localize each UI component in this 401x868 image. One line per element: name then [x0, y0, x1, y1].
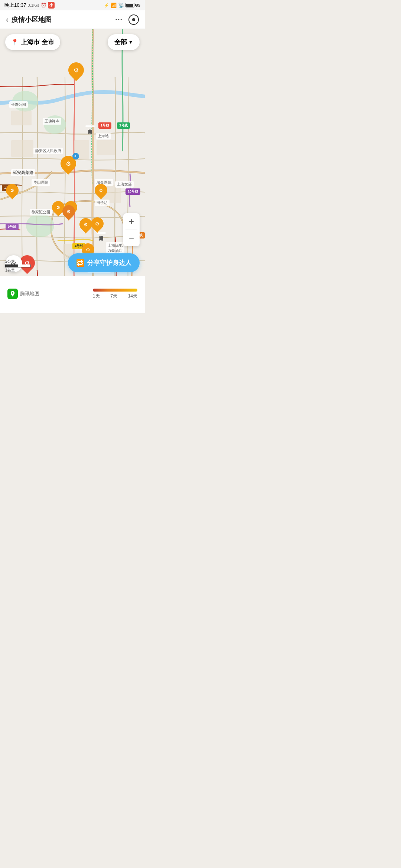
legend-14day[interactable]: 14天 — [128, 293, 137, 299]
zoom-in-button[interactable]: + — [123, 213, 140, 230]
scale-bar: 2公里 1英里 — [5, 259, 31, 273]
back-button[interactable]: ‹ — [6, 15, 9, 24]
map-marker-7[interactable]: ⚙ — [62, 205, 75, 221]
share-button[interactable]: 🔁 分享守护身边人 — [68, 253, 140, 272]
nav-left: ‹ 疫情小区地图 — [6, 15, 52, 24]
virus-icon: ⚙ — [99, 188, 103, 193]
filter-label: 全部 — [114, 38, 127, 46]
pin-head: ⚙ — [88, 215, 106, 233]
battery-percent: 99 — [136, 3, 140, 7]
status-right: ⚡ 📶 📡 99 — [104, 3, 140, 8]
tencent-map-label: 腾讯地图 — [20, 290, 39, 297]
map-marker-4[interactable]: ⚙ — [95, 184, 107, 200]
signal-icon: 📶 — [111, 3, 117, 8]
map-marker-2[interactable]: ✈ ⚙ — [61, 156, 76, 174]
legend: 1天 7天 14天 — [93, 289, 137, 299]
legend-color-bar — [93, 289, 137, 292]
zoom-out-button[interactable]: − — [123, 230, 140, 246]
legend-7day[interactable]: 7天 — [110, 293, 117, 299]
status-time: 晚上10:37 — [4, 2, 26, 9]
bluetooth-icon: ⚡ — [104, 3, 109, 8]
battery-indicator — [125, 3, 134, 7]
map-marker-3[interactable]: ⚙ — [6, 184, 19, 200]
target-button[interactable] — [128, 14, 139, 25]
scale-ruler — [5, 264, 31, 267]
zoom-controls: + − — [123, 213, 140, 246]
alarm-icon: ⏰ — [41, 3, 46, 8]
nav-bar: ‹ 疫情小区地图 ··· — [0, 10, 145, 29]
svg-rect-5 — [11, 111, 32, 125]
location-button[interactable]: 📍 上海市 全市 — [5, 34, 60, 50]
virus-icon: ⚙ — [66, 209, 71, 214]
virus-icon: ⚙ — [84, 222, 88, 227]
target-icon — [132, 18, 135, 21]
filter-button[interactable]: 全部 ▼ — [108, 34, 140, 50]
location-label: 上海市 全市 — [21, 38, 54, 46]
virus-icon: ⚙ — [74, 67, 79, 74]
map-marker-1[interactable]: ⚙ — [68, 62, 84, 81]
pin-head: ⚙ — [60, 203, 78, 220]
wifi-icon: 📡 — [118, 3, 124, 8]
legend-1day[interactable]: 1天 — [93, 293, 100, 299]
svg-point-1 — [12, 91, 38, 112]
share-icon: 🔁 — [76, 259, 84, 267]
tencent-logo: 腾讯地图 — [7, 289, 39, 299]
chevron-down-icon: ▼ — [128, 40, 133, 45]
status-left: 晚上10:37 0.1K/s ⏰ 小 — [4, 2, 55, 9]
virus-icon: ⚙ — [86, 247, 90, 253]
virus-icon: ⚙ — [66, 160, 71, 167]
page-title: 疫情小区地图 — [12, 15, 52, 24]
app-notification-icon: 小 — [48, 2, 55, 9]
svg-point-2 — [44, 115, 66, 134]
plane-badge: ✈ — [72, 153, 79, 160]
map-marker-8[interactable]: ⚙ — [79, 218, 92, 234]
scale-mi: 1英里 — [5, 268, 31, 273]
map-marker-9[interactable]: ⚙ — [91, 217, 104, 233]
virus-icon: ⚙ — [95, 221, 100, 227]
virus-icon: ⚙ — [56, 205, 61, 210]
share-label: 分享守护身边人 — [87, 259, 131, 267]
virus-icon: ⚙ — [10, 188, 14, 193]
svg-rect-6 — [11, 140, 33, 157]
status-bar: 晚上10:37 0.1K/s ⏰ 小 ⚡ 📶 📡 99 — [0, 0, 145, 10]
pin-head: ⚙ — [3, 181, 21, 199]
scale-km: 2公里 — [5, 259, 31, 264]
svg-point-3 — [26, 214, 54, 237]
pin-head: ⚙ — [92, 181, 110, 199]
svg-rect-8 — [97, 140, 115, 155]
legend-labels: 1天 7天 14天 — [93, 293, 137, 299]
location-pin-icon: 📍 — [11, 39, 19, 46]
nav-right: ··· — [115, 14, 139, 25]
bottom-bar: 腾讯地图 1天 7天 14天 — [0, 276, 145, 313]
scale-line: 2公里 1英里 — [5, 259, 31, 273]
tencent-map-icon — [7, 289, 18, 299]
map-container[interactable]: 南北高架路 延安高架路 内环高架路 长寿公园 玉佛禅寺 静安区人民政府 上海站 … — [0, 29, 145, 313]
pin-head: ⚙ — [65, 59, 87, 81]
status-speed: 0.1K/s — [28, 3, 39, 7]
more-button[interactable]: ··· — [115, 15, 123, 24]
